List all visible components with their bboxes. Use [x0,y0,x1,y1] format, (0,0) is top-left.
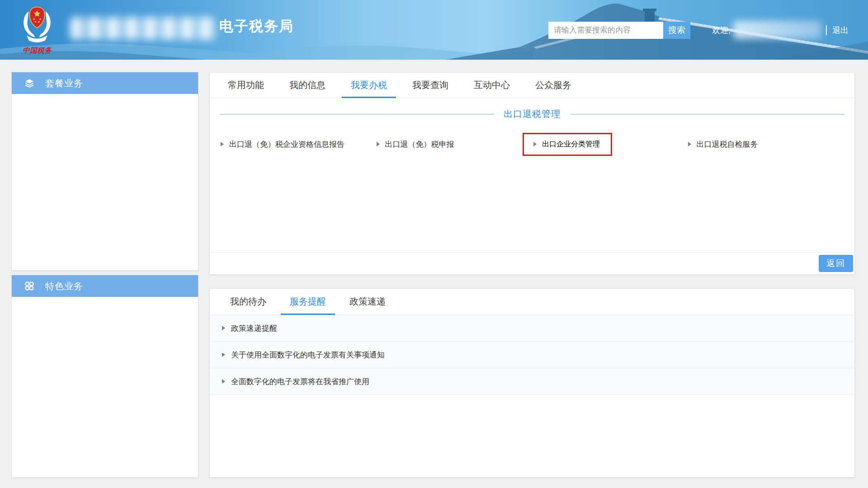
triangle-icon [222,379,225,384]
logo-caption: 中国税务 [16,46,58,56]
sidebar-header-package[interactable]: 套餐业务 [12,72,198,94]
tab-service-reminder[interactable]: 服务提醒 [290,289,326,314]
sidebar-panel-package: 套餐业务 [11,72,198,271]
triangle-icon [688,142,691,146]
triangle-icon [222,326,225,330]
notice-list: 政策速递提醒 关于使用全面数字化的电子发票有关事项通知 全面数字化的电子发票将在… [210,315,854,395]
triangle-icon [377,142,380,146]
triangle-icon [221,142,224,146]
search-button[interactable]: 搜索 [663,22,690,39]
sidebar-header-label: 特色业务 [45,280,83,292]
triangle-icon [222,352,225,357]
layers-icon [24,78,34,88]
tab-public-service[interactable]: 公众服务 [535,73,571,98]
sidebar-header-featured[interactable]: 特色业务 [12,275,198,297]
tab-common-functions[interactable]: 常用功能 [228,73,264,98]
tab-my-todo[interactable]: 我的待办 [230,289,266,314]
section-title: 出口退税管理 [504,108,561,120]
tab-my-info[interactable]: 我的信息 [289,73,326,98]
welcome-label: 欢迎, [712,25,731,36]
notice-item[interactable]: 政策速递提醒 [210,315,854,342]
heading-line-left [220,114,494,115]
section-heading: 出口退税管理 [220,108,844,120]
site-title: 电子税务局 [219,17,294,36]
modules-icon [24,281,34,291]
link-export-tax-declaration[interactable]: 出口退（免）税申报 [377,139,533,150]
logout-link[interactable]: 退出 [832,25,849,36]
workspace-card: 常用功能 我的信息 我要办税 我要查询 互动中心 公众服务 出口退税管理 出口退… [209,72,855,275]
tab-policy-express[interactable]: 政策速递 [349,289,386,314]
tab-interaction-center[interactable]: 互动中心 [474,73,510,98]
search-input[interactable] [548,22,663,39]
tab-my-query[interactable]: 我要查询 [412,73,448,98]
notices-card: 我的待办 服务提醒 政策速递 政策速递提醒 关于使用全面数字化的电子发票有关事项… [209,288,855,478]
header-divider [826,25,827,35]
triangle-icon [533,142,537,146]
organization-name-blurred [70,17,217,40]
heading-line-right [571,114,844,115]
sidebar-header-label: 套餐业务 [45,77,83,89]
tab-tax-handling[interactable]: 我要办税 [351,73,387,98]
link-export-enterprise-classification-highlighted[interactable]: 出口企业分类管理 [523,133,612,156]
sidebar-panel-featured: 特色业务 [11,275,198,478]
workspace-tabs: 常用功能 我的信息 我要办税 我要查询 互动中心 公众服务 [210,73,854,98]
notice-item[interactable]: 全面数字化的电子发票将在我省推广使用 [210,368,854,395]
card-footer: 返回 [210,252,854,274]
notice-item[interactable]: 关于使用全面数字化的电子发票有关事项通知 [210,342,854,368]
back-button[interactable]: 返回 [819,255,853,272]
user-name-blurred [733,21,821,39]
function-links: 出口退（免）税企业资格信息报告 出口退（免）税申报 出口企业分类管理 出口退税自… [221,132,844,156]
tax-emblem-logo [19,5,55,47]
site-header: 中国税务 电子税务局 搜索 欢迎, 退出 [0,0,868,60]
link-export-tax-qualification-report[interactable]: 出口退（免）税企业资格信息报告 [221,139,377,150]
link-export-tax-self-check[interactable]: 出口退税自检服务 [688,139,844,150]
notice-tabs: 我的待办 服务提醒 政策速递 [210,289,854,315]
